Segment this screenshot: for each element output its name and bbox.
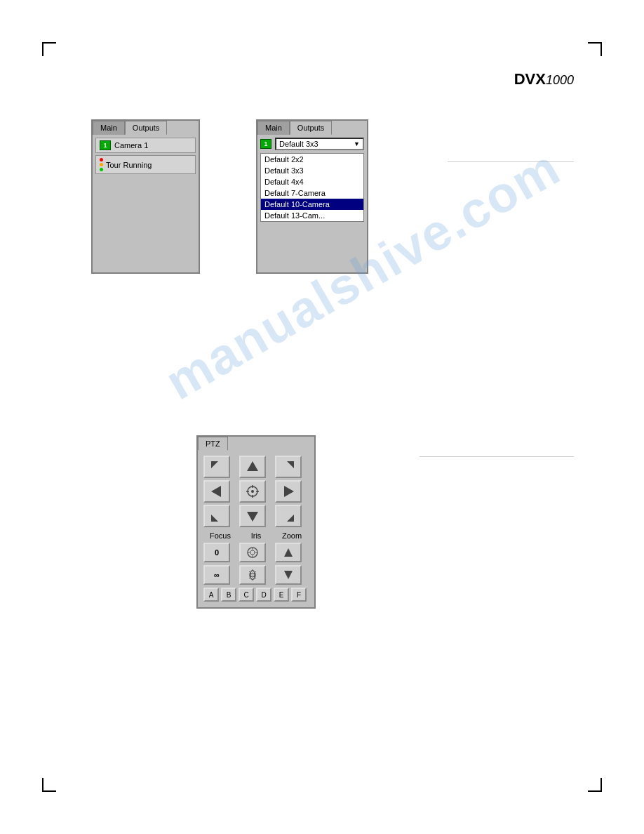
dropdown-list: Default 2x2 Default 3x3 Default 4x4 Defa… bbox=[260, 153, 364, 222]
preset-e-btn[interactable]: E bbox=[274, 588, 289, 602]
preset-b-btn[interactable]: B bbox=[221, 588, 236, 602]
zoom-in-icon bbox=[283, 547, 294, 558]
panel-1-tabs: Main Outputs bbox=[93, 121, 199, 135]
svg-marker-13 bbox=[287, 515, 294, 522]
svg-marker-26 bbox=[284, 571, 293, 579]
ptz-controls-top: 0 bbox=[203, 543, 309, 562]
ptz-labels-row: Focus Iris Zoom bbox=[203, 531, 309, 540]
ptz-preset-row: A B C D E F bbox=[203, 588, 309, 602]
panel-area: Main Outputs 1 Camera 1 Tour Running Mai… bbox=[91, 119, 368, 274]
tab-outputs-2[interactable]: Outputs bbox=[290, 121, 333, 135]
brand-sub: 1000 bbox=[546, 73, 574, 87]
svg-marker-1 bbox=[247, 461, 258, 471]
option-3x3[interactable]: Default 3x3 bbox=[261, 165, 363, 176]
left-arrow-icon bbox=[210, 484, 224, 498]
ptz-center-btn[interactable] bbox=[239, 480, 266, 503]
separator-line-1 bbox=[448, 161, 574, 162]
svg-point-9 bbox=[251, 490, 254, 493]
corner-tr bbox=[588, 42, 602, 56]
tab-outputs-1[interactable]: Outputs bbox=[125, 121, 168, 135]
ptz-up-left-btn[interactable] bbox=[203, 456, 230, 478]
up-left-arrow-icon bbox=[210, 460, 224, 474]
ptz-direction-grid bbox=[203, 456, 309, 527]
focus-label: Focus bbox=[203, 531, 237, 540]
focus-near-btn[interactable]: 0 bbox=[203, 543, 230, 562]
corner-tl bbox=[42, 42, 56, 56]
focus-far-btn[interactable]: ∞ bbox=[203, 565, 230, 585]
option-2x2[interactable]: Default 2x2 bbox=[261, 154, 363, 165]
panel2-camera-icon: 1 bbox=[260, 139, 271, 149]
iris-open-btn[interactable] bbox=[239, 543, 266, 562]
corner-bl bbox=[42, 778, 56, 792]
center-icon bbox=[246, 484, 260, 498]
preset-c-btn[interactable]: C bbox=[239, 588, 254, 602]
svg-marker-2 bbox=[287, 461, 294, 468]
svg-marker-20 bbox=[284, 548, 293, 557]
ptz-tab[interactable]: PTZ bbox=[198, 437, 228, 450]
svg-marker-11 bbox=[211, 515, 218, 522]
up-arrow-icon bbox=[246, 460, 260, 474]
brand-title: DVX1000 bbox=[514, 70, 574, 88]
ptz-up-right-btn[interactable] bbox=[275, 456, 302, 478]
zoom-in-btn[interactable] bbox=[275, 543, 302, 562]
ptz-down-btn[interactable] bbox=[239, 505, 266, 527]
panel-2-tabs: Main Outputs bbox=[257, 121, 367, 135]
preset-a-btn[interactable]: A bbox=[203, 588, 219, 602]
ptz-right-btn[interactable] bbox=[275, 480, 302, 503]
option-13cam[interactable]: Default 13-Cam... bbox=[261, 210, 363, 221]
panel-2-body: 1 Default 3x3 ▼ Default 2x2 Default 3x3 … bbox=[257, 135, 367, 268]
svg-marker-3 bbox=[211, 486, 221, 497]
tab-main-1[interactable]: Main bbox=[93, 121, 125, 135]
down-arrow-icon bbox=[246, 509, 260, 523]
iris-close-btn[interactable] bbox=[239, 565, 266, 585]
separator-line-2 bbox=[420, 456, 574, 457]
layout-dropdown[interactable]: Default 3x3 ▼ bbox=[275, 138, 364, 150]
svg-point-15 bbox=[250, 550, 255, 555]
dropdown-row: 1 Default 3x3 ▼ bbox=[260, 138, 364, 150]
corner-br bbox=[588, 778, 602, 792]
ptz-left-btn[interactable] bbox=[203, 480, 230, 503]
list-item-camera1[interactable]: 1 Camera 1 bbox=[95, 138, 196, 153]
ptz-body: Focus Iris Zoom 0 bbox=[198, 450, 314, 607]
ptz-area: PTZ bbox=[196, 435, 316, 609]
dropdown-arrow-icon[interactable]: ▼ bbox=[354, 140, 360, 147]
up-right-arrow-icon bbox=[281, 460, 295, 474]
brand-name: DVX bbox=[514, 70, 546, 88]
zoom-label: Zoom bbox=[275, 531, 309, 540]
option-4x4[interactable]: Default 4x4 bbox=[261, 176, 363, 187]
tab-main-2[interactable]: Main bbox=[257, 121, 290, 135]
list-item-tour[interactable]: Tour Running bbox=[95, 155, 196, 174]
zoom-out-btn[interactable] bbox=[275, 565, 302, 585]
iris-close-icon bbox=[246, 569, 259, 581]
zoom-out-icon bbox=[283, 569, 294, 581]
tour-label: Tour Running bbox=[106, 161, 152, 169]
camera1-label: Camera 1 bbox=[114, 141, 148, 150]
svg-marker-0 bbox=[211, 461, 218, 468]
preset-f-btn[interactable]: F bbox=[291, 588, 307, 602]
panel-1: Main Outputs 1 Camera 1 Tour Running bbox=[91, 119, 200, 274]
ptz-tab-row: PTZ bbox=[198, 437, 314, 450]
right-arrow-icon bbox=[281, 484, 295, 498]
camera1-icon: 1 bbox=[100, 140, 111, 150]
ptz-up-btn[interactable] bbox=[239, 456, 266, 478]
ptz-controls-bottom: ∞ bbox=[203, 565, 309, 585]
preset-d-btn[interactable]: D bbox=[256, 588, 271, 602]
svg-marker-10 bbox=[284, 486, 294, 497]
dropdown-selected: Default 3x3 bbox=[279, 140, 318, 148]
option-7cam[interactable]: Default 7-Camera bbox=[261, 187, 363, 199]
ptz-panel: PTZ bbox=[196, 435, 316, 609]
panel-1-body: 1 Camera 1 Tour Running bbox=[93, 135, 199, 268]
ptz-down-right-btn[interactable] bbox=[275, 505, 302, 527]
panel-2: Main Outputs 1 Default 3x3 ▼ Default 2x2… bbox=[256, 119, 368, 274]
down-left-arrow-icon bbox=[210, 509, 224, 523]
down-right-arrow-icon bbox=[281, 509, 295, 523]
iris-open-icon bbox=[246, 546, 259, 559]
svg-marker-12 bbox=[247, 512, 258, 522]
iris-label: Iris bbox=[239, 531, 273, 540]
ptz-down-left-btn[interactable] bbox=[203, 505, 230, 527]
tour-traffic-icon bbox=[100, 158, 103, 171]
option-10cam[interactable]: Default 10-Camera bbox=[261, 199, 363, 210]
